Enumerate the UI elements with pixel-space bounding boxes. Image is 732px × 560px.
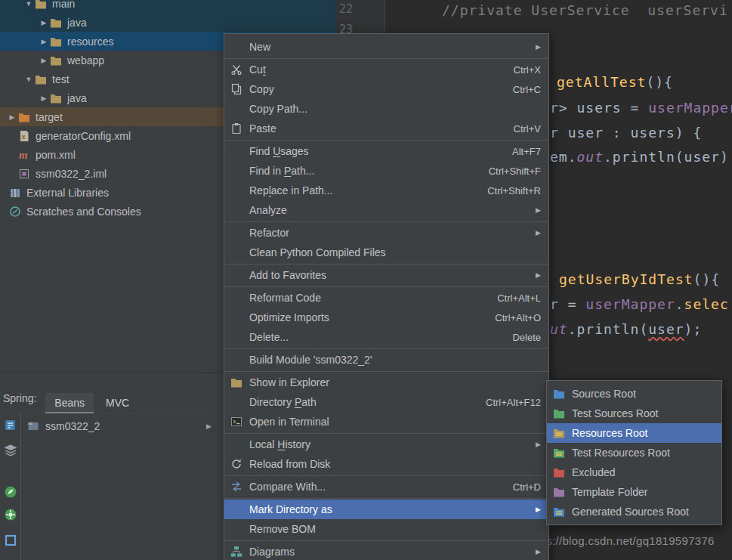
code-segment: userMapper — [585, 296, 675, 312]
icon-spacer — [230, 184, 244, 196]
submenu-item-resources-root[interactable]: Resources Root — [547, 423, 721, 443]
tree-item-label: java — [67, 92, 87, 104]
menu-item-cut[interactable]: CutCtrl+X — [224, 60, 548, 79]
chevron-right-icon[interactable]: ▶ — [38, 38, 50, 45]
submenu-arrow-icon: ▶ — [536, 206, 541, 214]
chevron-right-icon[interactable]: ▶ — [38, 19, 50, 26]
menu-item-diagrams[interactable]: Diagrams▶ — [224, 542, 548, 560]
code-segment: user — [648, 321, 684, 337]
chevron-right-icon[interactable]: ▶ — [38, 94, 50, 102]
folder-icon — [50, 92, 63, 104]
menu-item-label: Mark Directory as — [249, 503, 332, 515]
icon-spacer — [230, 438, 244, 450]
folder-test-icon — [553, 408, 567, 419]
menu-item-open-in-terminal[interactable]: Open in Terminal — [224, 412, 548, 432]
tab-beans[interactable]: Beans — [45, 393, 94, 413]
folder-gen-icon — [553, 506, 567, 517]
menu-item-local-history[interactable]: Local History▶ — [224, 435, 548, 454]
folder-template-icon — [553, 487, 567, 497]
icon-spacer — [230, 269, 244, 281]
menu-item-shortcut: Ctrl+V — [514, 123, 541, 135]
menu-item-delete[interactable]: Delete...Delete — [224, 327, 548, 347]
menu-item-directory-path[interactable]: Directory PathCtrl+Alt+F12 — [224, 392, 548, 412]
code-segment: r user : users) { — [550, 125, 702, 141]
folder-icon — [50, 54, 63, 67]
submenu-item-generated-sources-root[interactable]: Generated Sources Root — [547, 502, 721, 521]
tab-mvc[interactable]: MVC — [101, 393, 134, 413]
chevron-down-icon[interactable]: ▼ — [23, 76, 35, 83]
menu-item-analyze[interactable]: Analyze▶ — [224, 200, 548, 220]
submenu-item-test-sources-root[interactable]: Test Sources Root — [547, 404, 721, 423]
spring-module-row[interactable]: ssm0322_2 ▶ — [21, 417, 216, 435]
menu-item-compare-with[interactable]: Compare With...Ctrl+D — [224, 477, 548, 497]
tree-item-label: Scratches and Consoles — [26, 206, 141, 218]
menu-item-refactor[interactable]: Refactor▶ — [224, 223, 548, 243]
menu-item-new[interactable]: New▶ — [224, 37, 548, 57]
code-segment: . — [675, 296, 684, 312]
menu-item-replace-in-path[interactable]: Replace in Path...Ctrl+Shift+R — [224, 181, 548, 200]
icon-spacer — [230, 145, 244, 157]
menu-item-optimize-imports[interactable]: Optimize ImportsCtrl+Alt+O — [224, 308, 548, 327]
menu-item-copy[interactable]: CopyCtrl+C — [224, 79, 548, 99]
tree-item-label: test — [52, 73, 69, 85]
submenu-item-label: Test Sources Root — [572, 407, 658, 419]
code-segment: getAllTest — [557, 74, 646, 90]
menu-item-shortcut: Alt+F7 — [512, 146, 541, 157]
folder-target-icon — [18, 111, 32, 123]
menu-item-label: Cut — [249, 63, 266, 76]
menu-item-label: Refactor — [249, 227, 289, 239]
menu-item-add-to-favorites[interactable]: Add to Favorites▶ — [224, 265, 548, 285]
diagrams-icon — [230, 546, 244, 558]
menu-item-label: Open in Terminal — [249, 416, 329, 428]
menu-item-shortcut: Ctrl+Alt+L — [497, 292, 541, 304]
code-segment: r> users = — [550, 100, 648, 116]
submenu-item-template-folder[interactable]: Template Folder — [547, 482, 721, 502]
code-segment: //private UserService userServi — [442, 2, 728, 18]
menu-item-copy-path[interactable]: Copy Path... — [224, 99, 548, 119]
menu-item-show-in-explorer[interactable]: Show in Explorer — [224, 373, 548, 392]
code-segment: r = — [550, 296, 585, 312]
code-line: em.out.println(user) — [550, 149, 729, 165]
chevron-right-icon[interactable]: ▶ — [6, 113, 18, 121]
menu-item-label: Build Module 'ssm0322_2' — [249, 354, 372, 366]
chevron-right-icon[interactable]: ▶ — [38, 57, 50, 64]
chevron-right-icon[interactable]: ▶ — [206, 422, 212, 430]
menu-item-label: Reload from Disk — [249, 458, 330, 470]
menu-item-reformat-code[interactable]: Reformat CodeCtrl+Alt+L — [224, 288, 548, 308]
menu-item-find-in-path[interactable]: Find in Path...Ctrl+Shift+F — [224, 161, 548, 181]
submenu-item-sources-root[interactable]: Sources Root — [547, 384, 721, 404]
menu-item-reload-from-disk[interactable]: Reload from Disk — [224, 454, 548, 474]
icon-spacer — [230, 354, 244, 366]
module-icon — [27, 420, 41, 432]
menu-item-label: Directory Path — [249, 396, 317, 408]
submenu-item-test-resources-root[interactable]: Test Resources Root — [547, 443, 721, 463]
beans-document-icon[interactable] — [3, 418, 18, 433]
tree-item-java[interactable]: ▶java — [0, 13, 335, 32]
menu-item-build-module-ssm0322-2[interactable]: Build Module 'ssm0322_2' — [224, 350, 548, 370]
ide-screen: 22 23 //private UserService userServiget… — [0, 0, 732, 560]
submenu-item-label: Template Folder — [572, 486, 647, 498]
code-segment: em. — [550, 149, 577, 165]
context-menu: New▶CutCtrl+XCopyCtrl+CCopy Path...Paste… — [224, 33, 549, 560]
tree-item-main[interactable]: ▼main — [0, 0, 335, 13]
submenu-item-excluded[interactable]: Excluded — [547, 463, 721, 482]
menu-item-find-usages[interactable]: Find UsagesAlt+F7 — [224, 141, 548, 161]
menu-item-paste[interactable]: PasteCtrl+V — [224, 119, 548, 138]
icon-spacer — [230, 204, 244, 216]
module-frame-icon[interactable] — [3, 533, 18, 548]
tree-item-label: pom.xml — [36, 149, 76, 161]
chevron-down-icon[interactable]: ▼ — [23, 0, 35, 8]
spring-gear-icon[interactable] — [3, 507, 18, 522]
menu-item-remove-bom[interactable]: Remove BOM — [224, 519, 548, 539]
folder-src-icon — [553, 388, 567, 399]
layers-icon[interactable] — [3, 443, 18, 458]
tree-item-label: resources — [67, 36, 113, 48]
tree-item-label: webapp — [67, 54, 104, 67]
menu-item-clean-python-compiled-files[interactable]: Clean Python Compiled Files — [224, 243, 548, 262]
submenu-item-label: Resources Root — [572, 427, 647, 439]
spring-leaf-icon[interactable] — [3, 484, 18, 500]
menu-item-mark-directory-as[interactable]: Mark Directory as▶ — [224, 500, 548, 519]
folder-excluded-icon — [553, 467, 567, 478]
menu-separator — [224, 58, 548, 59]
code-segment: userMapper. — [648, 100, 732, 116]
